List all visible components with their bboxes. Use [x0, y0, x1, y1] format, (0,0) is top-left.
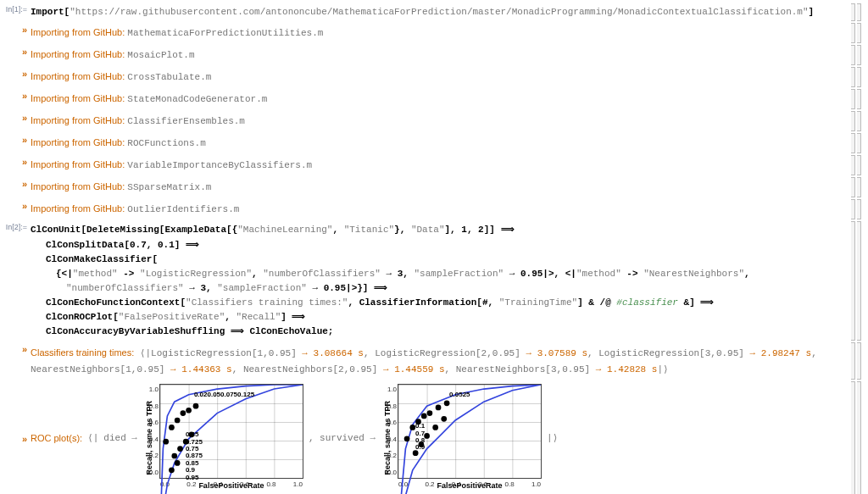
t: ,: [445, 364, 456, 375]
in2-code[interactable]: ClConUnit[DeleteMissing[ExampleData[{"Ma…: [31, 221, 849, 340]
cell-in2: In[2]:= ClConUnit[DeleteMissing[ExampleD…: [3, 221, 861, 340]
t: NearestNeighbors[1,0.95]: [31, 364, 164, 375]
t: {<|: [56, 269, 73, 279]
svg-point-0: [163, 439, 169, 445]
import-prefix: Importing from GitHub:: [31, 71, 127, 81]
import-prefix: Importing from GitHub:: [31, 181, 127, 191]
out-import-row: »Importing from GitHub: StateMonadCodeGe…: [3, 89, 861, 109]
import-prefix: Importing from GitHub:: [31, 159, 127, 169]
t: →: [520, 348, 537, 358]
import-filename: StateMonadCodeGenerator.m: [127, 94, 267, 104]
t: "Titanic": [344, 225, 394, 235]
svg-point-1: [169, 425, 175, 430]
t: 2.98247 s: [761, 348, 811, 358]
t: ClConROCPlot[: [46, 312, 119, 322]
t: , ClassifierInformation[#,: [348, 297, 498, 308]
t: "MachineLearning": [237, 225, 332, 235]
svg-point-4: [186, 408, 192, 414]
t: #classifier: [616, 297, 678, 308]
t: "numberOfClassifiers": [66, 283, 184, 293]
training-times-body: Classifiers training times: ⟨|LogisticRe…: [31, 342, 849, 380]
t: ], 1, 2]] ⟹: [445, 225, 515, 235]
t: → 3,: [381, 269, 415, 279]
out-import-row: »Importing from GitHub: SSparseMatrix.m: [3, 177, 861, 197]
t: ,: [587, 348, 598, 358]
svg-point-5: [193, 403, 199, 409]
out-marker-icon: »: [3, 177, 31, 189]
out-import-row: »Importing from GitHub: OutlierIdentifie…: [3, 199, 861, 219]
in1-code[interactable]: Import["https://raw.githubusercontent.co…: [31, 3, 849, 21]
t: LogisticRegression[1,0.95]: [151, 348, 297, 358]
import-filename: CrossTabulate.m: [127, 72, 211, 82]
cell-in1: In[1]:= Import["https://raw.githubuserco…: [3, 3, 861, 21]
svg-point-3: [180, 410, 186, 416]
t: ,: [232, 364, 243, 375]
train-head: Classifiers training times:: [31, 347, 134, 358]
roc-head: ROC plot(s):: [31, 431, 82, 446]
t: ,: [225, 312, 236, 322]
roc-plot-survived: Recall, same as TPR 1.00.80.60.40.20.0 0…: [381, 384, 542, 492]
t: 3.08664 s: [314, 348, 364, 358]
out-marker-icon: »: [3, 89, 31, 101]
import-prefix: Importing from GitHub:: [31, 137, 127, 147]
t: "Classifiers training times:": [186, 297, 348, 308]
t: "numberOfClassifiers": [263, 269, 381, 279]
svg-point-15: [421, 414, 427, 419]
t: →: [297, 348, 314, 358]
t: → 3,: [184, 283, 218, 293]
t: →: [744, 348, 761, 358]
t: "FalsePositiveRate": [119, 312, 225, 322]
l1: ClConSplitData[0.7, 0.1] ⟹: [31, 238, 849, 253]
import-filename: MosaicPlot.m: [127, 50, 194, 60]
in1-label: In[1]:=: [3, 3, 31, 14]
svg-point-11: [175, 460, 181, 466]
out-import-row: »Importing from GitHub: VariableImportan…: [3, 155, 861, 175]
svg-point-23: [441, 416, 447, 422]
svg-point-22: [432, 425, 438, 430]
import-filename: ROCFunctions.m: [127, 138, 205, 148]
import-url: "https://raw.githubusercontent.com/anton…: [70, 7, 808, 17]
out-import-row: »Importing from GitHub: MosaicPlot.m: [3, 45, 861, 65]
t: →: [377, 364, 394, 375]
svg-point-10: [169, 468, 175, 474]
t: },: [394, 225, 411, 235]
t: "sampleFraction": [415, 269, 504, 279]
t: NearestNeighbors[3,0.95]: [456, 364, 590, 375]
svg-point-16: [427, 410, 433, 416]
import-filename: MathematicaForPredictionUtilities.m: [127, 28, 323, 38]
out-marker-icon: »: [3, 155, 31, 167]
t: → 0.95|>}] ⟹: [307, 283, 387, 293]
t: ClConEchoFunctionContext[: [46, 297, 186, 308]
t: |⟩: [657, 364, 668, 375]
t: →: [164, 364, 181, 375]
import-filename: SSparseMatrix.m: [127, 182, 211, 192]
in2-label: In[2]:=: [3, 221, 31, 231]
t: "sampleFraction": [217, 283, 307, 293]
t: ] & /@: [577, 297, 616, 308]
t: NearestNeighbors[2,0.95]: [243, 364, 377, 375]
out-marker-icon: »: [3, 23, 31, 35]
t: "method": [576, 269, 621, 279]
out-marker-icon: »: [3, 432, 31, 444]
out-import-row: »Importing from GitHub: MathematicaForPr…: [3, 23, 861, 43]
t: ,: [811, 348, 817, 358]
svg-point-6: [171, 453, 177, 459]
out-training-times: » Classifiers training times: ⟨|Logistic…: [3, 342, 861, 380]
t: ] ⟹: [281, 312, 305, 322]
import-fn: Import: [31, 7, 64, 17]
svg-point-21: [424, 433, 430, 439]
out-import-row: »Importing from GitHub: CrossTabulate.m: [3, 67, 861, 87]
svg-point-7: [177, 446, 183, 452]
t: ->: [621, 269, 643, 279]
l2: ClConMakeClassifier[: [31, 253, 849, 267]
t: "Data": [411, 225, 445, 235]
t: 3.07589 s: [537, 348, 587, 358]
out-marker-icon: »: [3, 45, 31, 57]
roc-pt-labels: 0.020.050.0750.125: [194, 391, 254, 398]
t: ,: [252, 269, 263, 279]
t: LogisticRegression[2,0.95]: [375, 348, 520, 358]
t: ⟨|: [140, 348, 151, 358]
out-marker-icon: »: [3, 67, 31, 79]
t: →: [590, 364, 607, 375]
import-prefix: Importing from GitHub:: [31, 203, 127, 214]
